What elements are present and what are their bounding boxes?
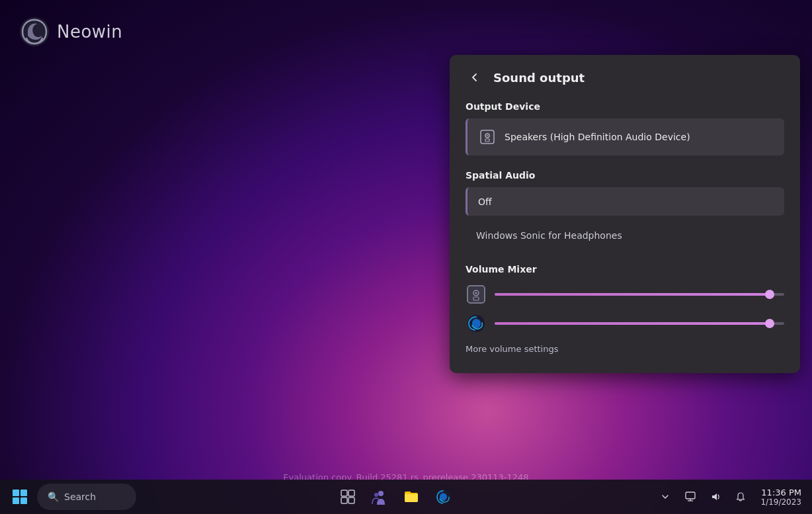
edge-taskbar-button[interactable]	[428, 482, 458, 511]
desktop: Neowin Evaluation copy. Build 25281.rs_p…	[0, 0, 812, 514]
svg-point-15	[374, 493, 378, 497]
system-volume-slider[interactable]	[495, 288, 784, 301]
taskbar-right: 11:36 PM 1/19/2023	[655, 485, 807, 509]
output-device-label: Output Device	[466, 101, 784, 112]
svg-point-4	[487, 135, 488, 136]
speaker-icon	[478, 128, 497, 146]
svg-point-8	[475, 292, 477, 294]
edge-volume-slider[interactable]	[495, 317, 784, 330]
neowin-logo-text: Neowin	[57, 22, 122, 42]
back-button[interactable]	[466, 68, 484, 87]
system-tray	[678, 485, 752, 509]
spatial-windows-sonic-option[interactable]: Windows Sonic for Headphones	[466, 221, 784, 249]
panel-title: Sound output	[493, 71, 585, 85]
search-button[interactable]: 🔍 Search	[37, 484, 136, 510]
edge-app-icon	[466, 313, 487, 334]
svg-rect-17	[686, 492, 695, 499]
search-icon: 🔍	[48, 492, 59, 502]
svg-rect-13	[348, 497, 354, 503]
taskview-button[interactable]	[333, 482, 362, 511]
file-explorer-button[interactable]	[397, 482, 426, 511]
edge-volume-row	[466, 313, 784, 334]
clock-date: 1/19/2023	[760, 497, 801, 507]
neowin-logo-icon	[19, 16, 50, 48]
show-hidden-icons-button[interactable]	[655, 486, 676, 507]
volume-tray-icon[interactable]	[704, 485, 727, 509]
taskbar: 🔍 Search	[0, 480, 812, 514]
selected-device-item[interactable]: Speakers (High Definition Audio Device)	[466, 118, 784, 155]
clock[interactable]: 11:36 PM 1/19/2023	[755, 486, 807, 508]
windows-logo	[13, 490, 27, 504]
search-label: Search	[64, 492, 96, 502]
sound-panel: Sound output Output Device Speakers (Hig…	[450, 55, 800, 373]
neowin-logo: Neowin	[19, 16, 122, 48]
svg-rect-12	[341, 497, 347, 503]
more-volume-settings-link[interactable]: More volume settings	[466, 342, 784, 355]
device-name: Speakers (High Definition Audio Device)	[505, 132, 690, 142]
spatial-audio-label: Spatial Audio	[466, 170, 784, 181]
svg-rect-10	[341, 490, 347, 496]
speaker-app-icon	[466, 284, 487, 305]
svg-point-0	[20, 17, 49, 46]
clock-time: 11:36 PM	[761, 488, 801, 497]
spatial-audio-section: Spatial Audio Off Windows Sonic for Head…	[466, 170, 784, 249]
volume-mixer-section: Volume Mixer	[466, 264, 784, 355]
volume-mixer-label: Volume Mixer	[466, 264, 784, 275]
taskbar-center-apps	[333, 482, 458, 511]
sound-panel-header: Sound output	[466, 68, 784, 87]
spatial-off-option[interactable]: Off	[466, 187, 784, 216]
svg-rect-3	[485, 139, 489, 142]
notification-tray-icon[interactable]	[729, 485, 752, 509]
svg-point-14	[378, 491, 384, 496]
spatial-windows-sonic-text: Windows Sonic for Headphones	[476, 230, 622, 241]
taskbar-left: 🔍 Search	[5, 482, 136, 511]
output-device-section: Output Device Speakers (High Definition …	[466, 101, 784, 155]
system-volume-row	[466, 284, 784, 305]
teams-button[interactable]	[365, 482, 394, 511]
more-volume-settings-text: More volume settings	[466, 344, 559, 354]
network-tray-icon[interactable]	[678, 485, 702, 509]
svg-rect-11	[348, 490, 354, 496]
spatial-off-text: Off	[478, 196, 492, 207]
start-button[interactable]	[5, 482, 34, 511]
